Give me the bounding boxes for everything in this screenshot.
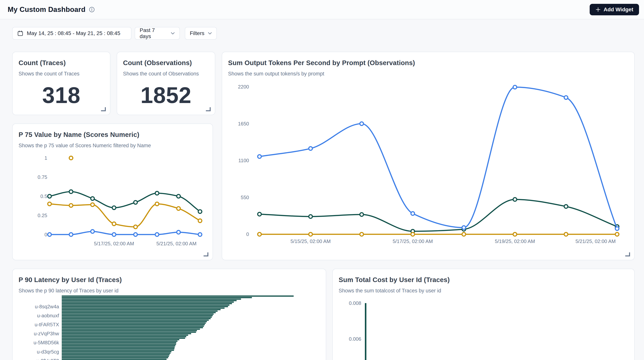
- series-line: [260, 87, 617, 229]
- data-point-marker: [360, 122, 364, 125]
- axis-tick-label: u-zVqP3hw: [34, 331, 59, 336]
- latency-bar: [62, 297, 252, 298]
- series-orange: [48, 202, 202, 229]
- data-point-marker: [112, 206, 116, 209]
- latency-bar: [62, 301, 234, 302]
- data-point-marker: [513, 85, 517, 89]
- axis-tick-label: 1100: [238, 158, 249, 163]
- date-preset-dropdown[interactable]: Past 7 days: [135, 27, 180, 40]
- axis-tick-label: 1: [44, 155, 47, 161]
- data-point-marker: [91, 230, 94, 233]
- date-preset-value: Past 7 days: [140, 27, 167, 40]
- widget-subtitle: Shows the p 90 latency of Traces by user…: [18, 288, 326, 294]
- latency-bar: [62, 345, 176, 346]
- data-point-marker: [198, 210, 202, 213]
- latency-bar: [62, 351, 172, 352]
- latency-bar: [62, 337, 185, 339]
- resize-handle-icon[interactable]: [204, 252, 208, 256]
- latency-bar: [62, 341, 178, 342]
- data-point-marker: [564, 205, 568, 208]
- resize-handle-icon[interactable]: [101, 107, 106, 111]
- data-point-marker: [258, 155, 261, 158]
- latency-bar: [62, 295, 294, 297]
- axis-tick-label: 0: [44, 232, 47, 237]
- data-point-marker: [462, 226, 466, 229]
- axis-tick-label: 0: [246, 231, 249, 237]
- widget-title: Count (Observations): [123, 59, 215, 67]
- data-point-marker: [513, 232, 517, 236]
- latency-bar: [62, 336, 186, 337]
- widget-count-traces: Count (Traces) Shows the count of Traces…: [12, 52, 110, 115]
- data-point-marker: [615, 232, 619, 236]
- add-widget-button[interactable]: Add Widget: [590, 4, 639, 15]
- data-point-marker: [198, 219, 202, 222]
- data-point-marker: [177, 207, 180, 210]
- count-observations-value: 1852: [117, 84, 215, 107]
- axis-tick-label: 0.25: [38, 213, 47, 218]
- data-point-marker: [134, 200, 137, 204]
- data-point-marker: [112, 222, 116, 226]
- latency-bar: [62, 306, 228, 307]
- series-green: [48, 190, 202, 213]
- latency-bar: [62, 330, 197, 331]
- data-point-marker: [258, 212, 261, 216]
- data-point-marker: [258, 232, 261, 236]
- latency-bar: [62, 331, 196, 333]
- data-point-marker: [564, 232, 568, 236]
- resize-handle-icon[interactable]: [625, 252, 630, 256]
- latency-bar: [62, 307, 224, 309]
- widget-subtitle: Shows the p 75 value of Scores Numeric f…: [18, 143, 212, 149]
- data-point-marker: [177, 194, 180, 198]
- widget-title: P 90 Latency by User Id (Traces): [18, 276, 326, 284]
- latency-bar: [62, 321, 207, 322]
- data-point-marker: [155, 233, 159, 236]
- resize-handle-icon[interactable]: [206, 107, 211, 111]
- latency-bar: [62, 311, 218, 312]
- data-point-marker: [48, 202, 51, 206]
- data-point-marker: [411, 229, 414, 233]
- widget-total-cost: Sum Total Cost by User Id (Traces) Shows…: [332, 269, 635, 360]
- latency-bar: [62, 304, 230, 306]
- axis-tick-label: 5/17/25, 02:00 AM: [94, 241, 134, 246]
- series-line: [50, 192, 200, 212]
- data-point-marker: [309, 147, 312, 150]
- latency-bar: [62, 313, 214, 315]
- latency-bar: [62, 350, 174, 351]
- latency-bar: [62, 343, 176, 345]
- widget-subtitle: Shows the count of Traces: [18, 71, 110, 77]
- latency-bar: [62, 309, 220, 310]
- data-point-marker: [91, 197, 94, 200]
- data-point-marker: [462, 227, 466, 231]
- filters-dropdown[interactable]: Filters: [185, 27, 217, 40]
- latency-bar: [62, 359, 167, 360]
- dashboard-page: My Custom Dashboard Add Widget: [0, 0, 644, 360]
- latency-bar: [62, 316, 212, 318]
- data-point-marker: [615, 227, 619, 230]
- chevron-down-icon: [171, 32, 175, 35]
- data-point-marker: [615, 225, 619, 228]
- widget-title: Sum Total Cost by User Id (Traces): [339, 276, 634, 284]
- data-point-marker: [177, 230, 180, 234]
- info-icon[interactable]: [89, 7, 95, 13]
- series-blue: [48, 230, 202, 236]
- axis-tick-label: u-d3qr5cg: [37, 349, 59, 354]
- data-point-marker: [91, 203, 94, 206]
- latency-bar: [62, 352, 170, 354]
- series-orange: [258, 232, 619, 236]
- data-point-marker: [155, 191, 159, 195]
- data-point-marker: [69, 204, 73, 207]
- latency-bar: [62, 334, 188, 336]
- widget-output-tokens: Sum Output Tokens Per Second by Prompt (…: [222, 52, 635, 260]
- data-point-marker: [69, 156, 73, 160]
- axis-tick-label: 5/17/25, 02:00 AM: [392, 239, 433, 244]
- date-range-button[interactable]: May 14, 25 : 08:45 - May 21, 25 : 08:45: [12, 27, 132, 40]
- series-blue: [258, 85, 619, 231]
- axis-tick-label: 0.006: [349, 336, 362, 342]
- data-point-marker: [309, 215, 312, 218]
- plus-icon: [596, 7, 601, 12]
- chevron-down-icon: [208, 32, 212, 35]
- latency-bar: [62, 354, 170, 355]
- latency-bar: [62, 318, 211, 319]
- axis-tick-label: u-8fVa9T3: [36, 358, 59, 360]
- axis-tick-label: u-5M8D56k: [34, 340, 59, 345]
